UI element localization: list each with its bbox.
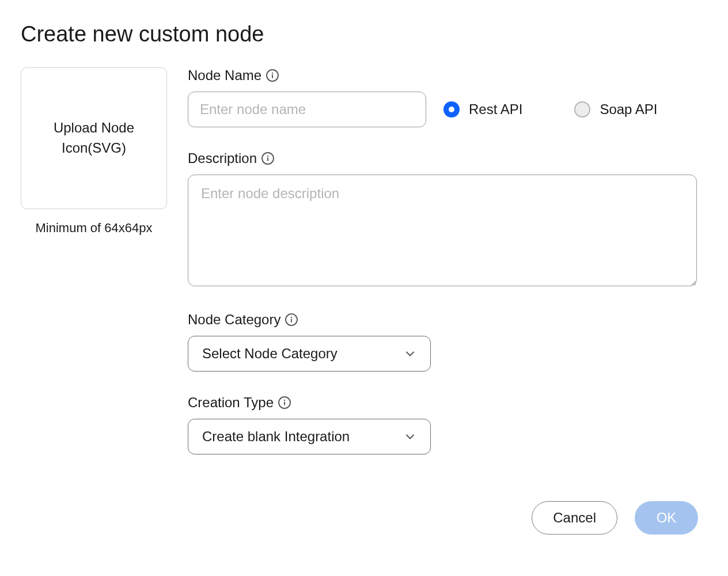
node-name-row: Rest API Soap API [188, 92, 707, 127]
info-icon[interactable] [285, 313, 298, 326]
category-selected-value: Select Node Category [202, 346, 338, 362]
radio-button-icon [574, 101, 590, 118]
svg-rect-7 [284, 401, 285, 405]
node-name-input[interactable] [188, 92, 426, 127]
svg-point-2 [267, 156, 268, 157]
category-label: Node Category [188, 312, 707, 328]
form-column: Node Name Rest API Soap API [188, 67, 707, 478]
chevron-down-icon [404, 347, 416, 360]
creation-type-select[interactable]: Create blank Integration [188, 419, 431, 454]
upload-column: Upload Node Icon(SVG) Minimum of 64x64px [21, 67, 167, 236]
description-textarea[interactable] [188, 175, 697, 286]
form-content: Upload Node Icon(SVG) Minimum of 64x64px… [21, 67, 707, 478]
upload-hint: Minimum of 64x64px [36, 221, 153, 236]
chevron-down-icon [404, 430, 416, 443]
ok-button[interactable]: OK [635, 501, 698, 535]
svg-point-4 [291, 317, 292, 318]
radio-button-icon [443, 101, 460, 118]
svg-point-6 [284, 400, 285, 401]
creation-type-label-text: Creation Type [188, 395, 274, 411]
node-name-label-text: Node Name [188, 67, 261, 84]
node-name-section: Node Name Rest API Soap API [188, 67, 707, 127]
radio-label: Rest API [469, 101, 522, 118]
creation-type-selected-value: Create blank Integration [202, 429, 350, 445]
description-section: Description [188, 150, 707, 289]
description-label: Description [188, 150, 707, 166]
creation-type-section: Creation Type Create blank Integration [188, 395, 707, 454]
cancel-button[interactable]: Cancel [532, 501, 617, 535]
upload-box-label: Upload Node Icon(SVG) [39, 118, 149, 158]
page-title: Create new custom node [21, 22, 707, 47]
info-icon[interactable] [266, 69, 279, 82]
info-icon[interactable] [278, 396, 291, 409]
radio-soap-api[interactable]: Soap API [574, 101, 657, 118]
svg-rect-5 [291, 319, 292, 322]
api-type-radio-group: Rest API Soap API [443, 101, 707, 118]
description-label-text: Description [188, 150, 257, 166]
upload-icon-box[interactable]: Upload Node Icon(SVG) [21, 67, 167, 209]
category-section: Node Category Select Node Category [188, 312, 707, 372]
radio-rest-api[interactable]: Rest API [443, 101, 522, 118]
dialog-footer: Cancel OK [532, 501, 698, 535]
svg-rect-3 [267, 157, 268, 161]
info-icon[interactable] [261, 152, 274, 165]
node-name-label: Node Name [188, 67, 707, 84]
radio-label: Soap API [600, 101, 657, 118]
creation-type-label: Creation Type [188, 395, 707, 411]
category-select[interactable]: Select Node Category [188, 336, 431, 372]
category-label-text: Node Category [188, 312, 280, 328]
svg-point-0 [272, 73, 273, 74]
svg-rect-1 [272, 74, 273, 78]
